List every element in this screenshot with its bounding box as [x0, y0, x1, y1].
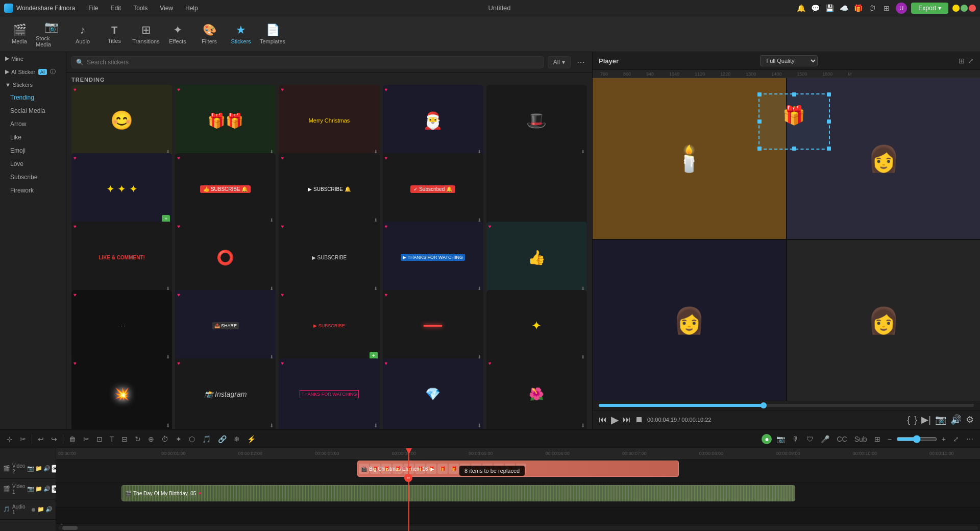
handle-tc[interactable] — [792, 92, 796, 96]
toolbar-effects[interactable]: ✦ Effects — [162, 19, 193, 50]
play-button[interactable]: ▶ — [611, 414, 619, 426]
progress-thumb[interactable] — [761, 402, 767, 408]
timeline-select-tool[interactable]: ⊹ — [4, 433, 15, 445]
track2-camera-btn[interactable]: 📷 — [27, 465, 34, 473]
delete-button[interactable]: 🗑 — [66, 433, 79, 445]
cloud-icon[interactable]: ☁️ — [839, 3, 849, 13]
screenshot-icon[interactable]: 📷 — [935, 414, 946, 425]
track1-folder-btn[interactable]: 📁 — [35, 485, 42, 493]
menu-tools[interactable]: Tools — [128, 3, 153, 14]
sidebar-item-love[interactable]: Love — [0, 157, 66, 171]
sticker-14[interactable]: 👍 ♥ ⬇ — [486, 222, 587, 294]
section-ai-sticker[interactable]: ▶ AI Sticker AI ⓘ — [0, 65, 66, 79]
zoom-out-icon[interactable]: − — [885, 433, 894, 445]
track1-camera-btn[interactable]: 📷 — [27, 485, 34, 493]
mark-in-icon[interactable]: { — [907, 415, 910, 425]
sticker-18[interactable]: ━━━ ♥ ⬇ — [383, 290, 483, 362]
sticker-23[interactable]: 💎 ♥ ⬇ — [383, 358, 483, 429]
sticker-10[interactable]: LIKE & COMMENT! ♥ ⬇ — [71, 222, 172, 294]
toolbar-filters[interactable]: 🎨 Filters — [194, 19, 225, 50]
toolbar-stickers[interactable]: ★ Stickers — [226, 19, 256, 50]
settings-icon[interactable]: ⚙ — [966, 414, 974, 425]
sticker-22[interactable]: THANKS FOR WATCHING ♥ ⬇ — [279, 358, 379, 429]
effects-tl-button[interactable]: ✦ — [173, 433, 184, 445]
minimize-button[interactable] — [952, 5, 960, 12]
sticker-6[interactable]: ✦ ✦ ✦ ♥ ⬇ + — [71, 153, 172, 225]
sticker-7[interactable]: 👍 SUBSCRIBE 🔔 ♥ ⬇ — [175, 153, 276, 225]
toolbar-templates[interactable]: 📄 Templates — [257, 19, 288, 50]
sticker-19[interactable]: ✦ ⬇ — [486, 290, 587, 362]
rotate-button[interactable]: ↻ — [132, 433, 143, 445]
timeline-blade-tool[interactable]: ✂ — [17, 433, 29, 445]
link-button[interactable]: 🔗 — [215, 433, 229, 445]
sticker-9[interactable]: ✓ Subscribed 🔔 ♥ ⬇ — [383, 153, 483, 225]
camera-tl-icon[interactable]: 📷 — [774, 433, 788, 445]
fullscreen-icon[interactable]: ⤢ — [968, 57, 974, 65]
transition-tl-button[interactable]: ⬡ — [186, 433, 198, 445]
grid-view-icon[interactable]: ⊞ — [959, 57, 965, 65]
progress-bar[interactable] — [599, 404, 974, 407]
toolbar-transitions[interactable]: ⊞ Transitions — [131, 19, 161, 50]
sticker-selection-overlay[interactable]: 🎁 — [758, 93, 830, 150]
toolbar-media[interactable]: 🎬 Media — [4, 19, 35, 50]
sidebar-item-social-media[interactable]: Social Media — [0, 104, 66, 117]
sticker-2[interactable]: 🎁🎁 ♥ ⬇ — [175, 85, 276, 157]
section-stickers[interactable]: ▼ Stickers — [0, 79, 66, 91]
video1-clip[interactable]: 🎬 The Day Of My Birthday .05 ♥ — [121, 485, 795, 501]
menu-view[interactable]: View — [155, 3, 178, 14]
trim-button[interactable]: ⊟ — [119, 433, 130, 445]
save-icon[interactable]: 💾 — [824, 3, 835, 13]
track2-audio-btn[interactable]: 🔊 — [43, 465, 51, 473]
sticker-21[interactable]: 📸 Instagram ♥ ⬇ — [175, 358, 276, 429]
sticker-15[interactable]: · · · ♥ ⬇ — [71, 290, 172, 362]
crop-button[interactable]: ⊡ — [94, 433, 105, 445]
subtitle-icon[interactable]: Sub — [852, 433, 870, 445]
toolbar-titles[interactable]: T Titles — [99, 19, 130, 50]
mic2-icon[interactable]: 🎤 — [818, 433, 832, 445]
fit-icon[interactable]: ⤢ — [950, 433, 962, 445]
mark-out-icon[interactable]: } — [914, 415, 917, 425]
handle-lc[interactable] — [757, 119, 762, 124]
play-range-icon[interactable]: ▶| — [921, 414, 931, 425]
sticker-20[interactable]: 💥 ♥ ⬇ — [71, 358, 172, 429]
sticker-3[interactable]: Merry Christmas ♥ ⬇ — [279, 85, 379, 157]
quality-select[interactable]: Full Quality Half Quality Quarter Qualit… — [760, 55, 818, 66]
undo-button[interactable]: ↩ — [35, 433, 46, 445]
protect-icon[interactable]: 🛡 — [804, 433, 816, 445]
audio1-vol-btn[interactable]: 🔊 — [45, 506, 53, 513]
sidebar-item-firework[interactable]: Firework — [0, 184, 66, 197]
gift-icon[interactable]: 🎁 — [853, 3, 863, 13]
sidebar-item-like[interactable]: Like — [0, 131, 66, 144]
text-button[interactable]: T — [107, 433, 117, 445]
sticker-empty1[interactable] — [486, 153, 587, 225]
audio1-folder-btn[interactable]: 📁 — [37, 506, 44, 513]
sidebar-item-subscribe[interactable]: Subscribe — [0, 171, 66, 184]
playhead[interactable]: ✂ — [408, 448, 409, 531]
caption-icon[interactable]: CC — [834, 433, 849, 445]
toolbar-audio[interactable]: ♪ Audio — [67, 19, 98, 50]
menu-edit[interactable]: Edit — [106, 3, 127, 14]
timer-icon[interactable]: ⏱ — [867, 3, 877, 13]
more-tl-icon[interactable]: ⋯ — [964, 433, 976, 445]
stop-button[interactable]: ⏹ — [635, 415, 643, 424]
handle-bl[interactable] — [757, 147, 762, 151]
export-button[interactable]: Export ▾ — [911, 3, 948, 14]
color-button[interactable]: ⊕ — [145, 433, 157, 445]
menu-help[interactable]: Help — [180, 3, 203, 14]
audio-tl-button[interactable]: 🎵 — [200, 433, 213, 445]
redo-button[interactable]: ↪ — [48, 433, 60, 445]
filter-button[interactable]: All ▾ — [548, 56, 571, 68]
search-input[interactable] — [87, 59, 539, 66]
speed-button[interactable]: ⏱ — [159, 433, 171, 445]
sidebar-item-trending[interactable]: Trending — [0, 91, 66, 104]
sticker-13[interactable]: ▶ THANKS FOR WATCHING ♥ ⬇ — [383, 222, 483, 294]
more-options-button[interactable]: ⋯ — [575, 55, 587, 69]
section-mine[interactable]: ▶ Mine — [0, 52, 66, 65]
mosaic-icon[interactable]: ⊞ — [872, 433, 883, 445]
sticker-12[interactable]: ▶ SUBSCRIBE ♥ ⬇ — [279, 222, 379, 294]
sticker-24[interactable]: 🌺 ♥ ⬇ — [486, 358, 587, 429]
track2-folder-btn[interactable]: 📁 — [35, 465, 42, 473]
handle-bc[interactable] — [792, 147, 796, 151]
horizontal-scrollbar[interactable] — [58, 526, 978, 530]
sidebar-item-arrow[interactable]: Arrow — [0, 117, 66, 131]
